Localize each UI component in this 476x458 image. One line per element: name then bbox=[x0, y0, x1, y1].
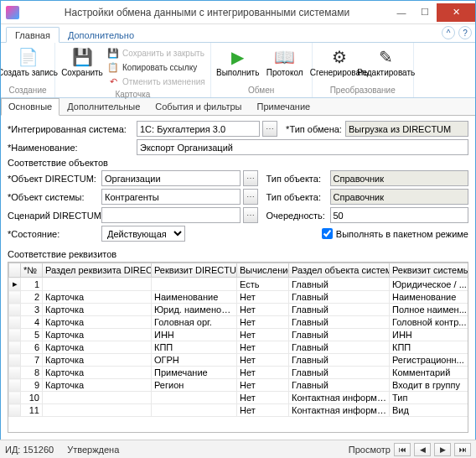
integ-system-label: Интегрированная система: bbox=[8, 124, 133, 134]
maximize-button[interactable]: ☐ bbox=[413, 3, 437, 22]
req-match-title: Соответствие реквизитов bbox=[1, 249, 475, 259]
undo-changes-button: ↶Отменить изменения bbox=[107, 75, 205, 88]
match-objects-title: Соответствие объектов bbox=[8, 158, 468, 168]
order-field[interactable]: 50 bbox=[330, 207, 469, 223]
app-icon bbox=[6, 6, 19, 19]
obj-system-field[interactable]: Контрагенты bbox=[101, 189, 241, 205]
window-title: Настройки обмена данными с интегрированн… bbox=[24, 7, 390, 18]
column-header[interactable]: Раздел реквизита DIRECTUM bbox=[43, 263, 152, 278]
type2-label: Тип объекта: bbox=[266, 192, 327, 202]
column-header[interactable]: *№ bbox=[21, 263, 43, 278]
scenario-lookup[interactable]: ⋯ bbox=[243, 207, 258, 223]
tab-note[interactable]: Примечание bbox=[250, 98, 318, 115]
nav-first-button[interactable]: ⏮ bbox=[394, 443, 411, 456]
create-record-button[interactable]: 📄 Создать запись bbox=[4, 44, 51, 79]
column-header[interactable]: Раздел объекта системы bbox=[289, 263, 390, 278]
integ-system-lookup[interactable]: ⋯ bbox=[262, 121, 277, 137]
table-row[interactable]: 3КарточкаЮрид. наименованиеНетГлавныйПол… bbox=[9, 304, 469, 316]
column-header[interactable]: Реквизит DIRECTUM bbox=[152, 263, 237, 278]
column-header[interactable]: Вычисление bbox=[237, 263, 289, 278]
state-select[interactable]: Действующая bbox=[101, 226, 185, 242]
obj-system-lookup[interactable]: ⋯ bbox=[243, 189, 258, 205]
diskette-icon: 💾 bbox=[70, 46, 94, 68]
order-label: Очередность: bbox=[266, 211, 327, 221]
close-button[interactable]: ✕ bbox=[437, 3, 475, 22]
group-label-exchange: Обмен bbox=[215, 86, 308, 96]
batch-checkbox[interactable] bbox=[322, 228, 333, 239]
status-id-value: 151260 bbox=[23, 445, 54, 455]
integ-system-field[interactable]: 1С: Бухгалтерия 3.0 bbox=[137, 121, 260, 137]
execute-button[interactable]: ▶ Выполнить bbox=[215, 44, 261, 79]
minimize-button[interactable]: — bbox=[390, 3, 413, 22]
nav-prev-button[interactable]: ◀ bbox=[414, 443, 431, 456]
type1-label: Тип объекта: bbox=[266, 174, 327, 184]
table-row[interactable]: 8КарточкаПримечаниеНетГлавныйКомментарий… bbox=[9, 367, 469, 379]
tab-extra[interactable]: Дополнительные bbox=[60, 98, 147, 115]
play-icon: ▶ bbox=[226, 46, 250, 68]
save-close-button: 💾Сохранить и закрыть bbox=[107, 46, 205, 60]
table-row[interactable]: 5КарточкаИНННетГлавныйИНННет bbox=[9, 329, 469, 341]
name-label: Наименование: bbox=[8, 143, 133, 153]
save-button: 💾 Сохранить bbox=[59, 44, 106, 79]
table-row[interactable]: 6КарточкаКППНетГлавныйКППНет bbox=[9, 341, 469, 354]
obj-directum-lookup[interactable]: ⋯ bbox=[243, 170, 258, 186]
column-header[interactable]: Реквизит системы bbox=[390, 263, 469, 278]
undo-icon: ↶ bbox=[107, 75, 119, 87]
obj-directum-field[interactable]: Организации bbox=[101, 170, 241, 186]
ribbon-tab-main[interactable]: Главная bbox=[6, 27, 60, 43]
status-approved: Утверждена bbox=[67, 445, 119, 455]
diskette-icon: 💾 bbox=[107, 47, 119, 59]
table-row[interactable]: 7КарточкаОГРННетГлавныйРегистрационн...Н… bbox=[9, 354, 469, 367]
tab-main[interactable]: Основные bbox=[1, 98, 60, 116]
table-row[interactable]: ▸1ЕстьГлавныйЮридическое / ...Нет bbox=[9, 278, 469, 291]
scenario-label: Сценарий DIRECTUM: bbox=[8, 211, 98, 221]
generate-button[interactable]: ⚙ Сгенерировать bbox=[316, 44, 363, 79]
type2-field: Справочник bbox=[330, 189, 469, 205]
table-row[interactable]: 2КарточкаНаименованиеНетГлавныйНаименова… bbox=[9, 291, 469, 304]
group-label-transform: Преобразование bbox=[316, 86, 410, 96]
type1-field: Справочник bbox=[330, 170, 469, 186]
requisites-grid[interactable]: *№Раздел реквизита DIRECTUMРеквизит DIRE… bbox=[8, 262, 468, 433]
obj-directum-label: Объект DIRECTUM: bbox=[8, 174, 98, 184]
copy-link-button[interactable]: 📋Копировать ссылку bbox=[107, 60, 205, 74]
name-field[interactable]: Экспорт Организаций bbox=[137, 139, 468, 155]
status-id-label: ИД: bbox=[5, 445, 20, 455]
table-row[interactable]: 4КарточкаГоловная орг.НетГлавныйГоловной… bbox=[9, 316, 469, 329]
status-view: Просмотр bbox=[349, 445, 391, 455]
ribbon-expand-icon[interactable]: ^ bbox=[442, 26, 455, 39]
nav-last-button[interactable]: ⏭ bbox=[454, 443, 471, 456]
exchange-type-label: Тип обмена: bbox=[286, 124, 342, 134]
table-row[interactable]: 10НетКонтактная информацияТипДа bbox=[9, 392, 469, 404]
ribbon-tab-extra[interactable]: Дополнительно bbox=[60, 28, 142, 42]
scenario-field[interactable] bbox=[101, 207, 241, 223]
obj-system-label: Объект системы: bbox=[8, 192, 98, 202]
help-icon[interactable]: ? bbox=[458, 26, 472, 39]
protocol-button[interactable]: 📖 Протокол bbox=[261, 44, 308, 79]
table-row[interactable]: 9КарточкаРегионНетГлавныйВходит в группу… bbox=[9, 379, 469, 392]
book-icon: 📖 bbox=[273, 46, 297, 68]
edit-button[interactable]: ✎ Редактировать bbox=[363, 44, 410, 79]
group-label-create: Создание bbox=[4, 86, 51, 96]
tab-events[interactable]: События и фильтры bbox=[147, 98, 249, 115]
new-file-icon: 📄 bbox=[16, 46, 39, 68]
batch-label: Выполнять в пакетном режиме bbox=[336, 229, 468, 239]
copy-icon: 📋 bbox=[107, 61, 119, 73]
gears-icon: ⚙ bbox=[328, 46, 351, 68]
state-label: Состояние: bbox=[8, 229, 98, 239]
exchange-type-field: Выгрузка из DIRECTUM bbox=[345, 121, 468, 137]
table-row[interactable]: 11НетКонтактная информацияВидДа bbox=[9, 404, 469, 417]
pencil-icon: ✎ bbox=[375, 46, 398, 68]
nav-next-button[interactable]: ▶ bbox=[434, 443, 451, 456]
